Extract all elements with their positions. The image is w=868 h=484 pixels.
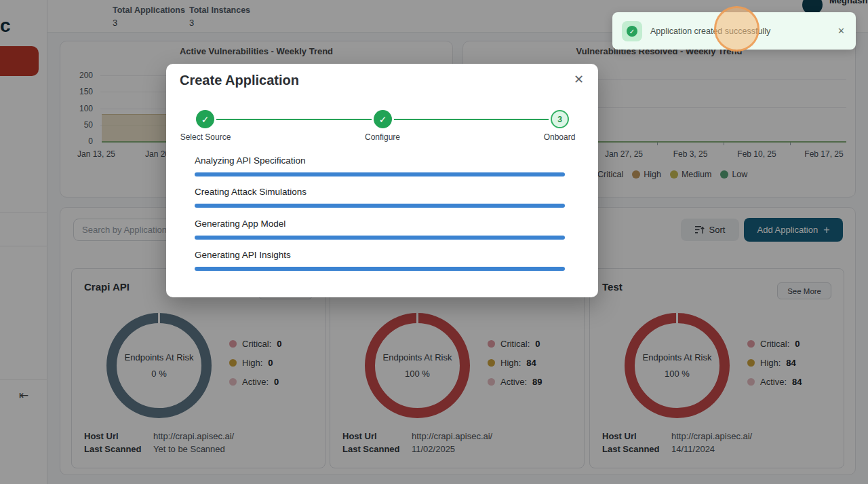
step-label-onboard: Onboard: [522, 132, 597, 142]
progress-bar: [195, 172, 565, 176]
progress-bar: [195, 236, 565, 240]
progress-label: Creating Attack Simulations: [195, 187, 307, 197]
success-check-icon: ✓: [627, 26, 637, 37]
progress-bar: [195, 267, 565, 271]
step-configure-check-icon: ✓: [374, 110, 392, 128]
modal-title: Create Application: [180, 73, 299, 88]
progress-label: Generating App Model: [195, 219, 285, 229]
create-application-modal: Create Application ✕ ✓ ✓ 3 Select Source…: [166, 64, 598, 297]
progress-label: Analyzing API Specification: [195, 155, 306, 166]
step-label-select-source: Select Source: [168, 132, 243, 142]
toast-close-icon[interactable]: ✕: [837, 12, 845, 50]
step-onboard-number: 3: [551, 110, 569, 128]
progress-label: Generating API Insights: [195, 250, 291, 260]
toast-icon-box: ✓: [622, 21, 642, 41]
click-highlight: [714, 6, 760, 52]
stepper-connector: [394, 119, 549, 120]
close-icon[interactable]: ✕: [574, 72, 584, 87]
step-select-source-check-icon: ✓: [196, 110, 214, 128]
progress-bar: [195, 204, 565, 208]
stepper-connector: [216, 119, 372, 120]
step-label-configure: Configure: [345, 132, 420, 142]
